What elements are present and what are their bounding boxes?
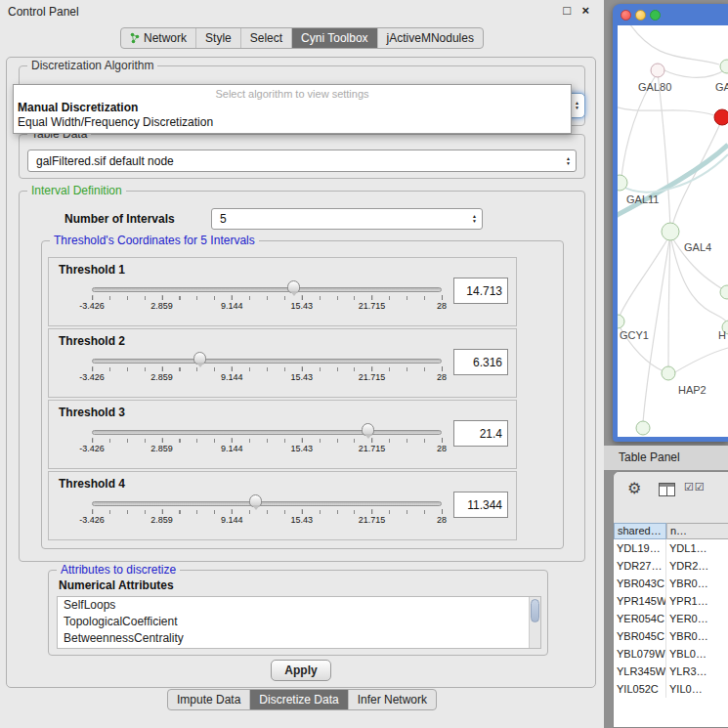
gear-icon[interactable]: ⚙ bbox=[627, 479, 641, 497]
numerical-attributes-list[interactable]: SelfLoops TopologicalCoefficient Between… bbox=[57, 596, 541, 649]
tab-style[interactable]: Style bbox=[195, 28, 240, 48]
tab-select[interactable]: Select bbox=[240, 28, 291, 48]
tab-jactivemnodules[interactable]: jActiveMNodules bbox=[377, 28, 483, 48]
scale-tick-label: 28 bbox=[437, 372, 447, 382]
slider-thumb[interactable] bbox=[287, 280, 300, 293]
close-window-icon[interactable] bbox=[621, 10, 631, 21]
threshold-1-slider[interactable]: -3.426 2.859 9.144 15.43 21.715 28 bbox=[92, 283, 442, 317]
column-header-shared-name[interactable]: shared… bbox=[614, 523, 666, 539]
threshold-3-slider[interactable]: -3.426 2.859 9.144 15.43 21.715 28 bbox=[92, 426, 442, 459]
scrollbar-thumb[interactable] bbox=[531, 599, 539, 622]
scale-tick-label: 21.715 bbox=[359, 372, 386, 382]
threshold-4-value-field[interactable]: 11.344 bbox=[453, 492, 508, 518]
table-row[interactable]: YBR043CYBR0… bbox=[614, 575, 728, 592]
network-node-gcy1[interactable] bbox=[618, 315, 624, 328]
float-panel-icon[interactable]: □ bbox=[563, 3, 571, 18]
slider-track[interactable] bbox=[92, 359, 442, 364]
scale-tick-label: 15.43 bbox=[291, 372, 314, 382]
slider-thumb[interactable] bbox=[249, 494, 262, 507]
cell[interactable]: YLR345W bbox=[614, 663, 666, 680]
table-row[interactable]: YDR27…YDR2… bbox=[614, 557, 728, 575]
bottom-tab-bar: Impute Data Discretize Data Infer Networ… bbox=[0, 689, 604, 710]
network-canvas[interactable]: GAL80 GA GAL11 GAL4 GCY1 H HAP2 bbox=[618, 25, 728, 437]
cell[interactable]: YPR1… bbox=[666, 592, 728, 610]
scale-tick-label: 15.43 bbox=[291, 301, 314, 311]
dropdown-option-manual-discretization[interactable]: Manual Discretization bbox=[14, 101, 571, 115]
table-row[interactable]: YLR345WYLR3… bbox=[614, 663, 728, 680]
slider-thumb[interactable] bbox=[193, 352, 206, 364]
slider-track[interactable] bbox=[92, 501, 442, 506]
cell[interactable]: YBR043C bbox=[614, 575, 666, 592]
close-panel-icon[interactable]: × bbox=[581, 3, 589, 18]
interval-definition-group-label: Interval Definition bbox=[27, 184, 126, 197]
dropdown-option-equal-width-frequency[interactable]: Equal Width/Frequency Discretization bbox=[14, 115, 571, 130]
cell[interactable]: YBR045C bbox=[614, 627, 666, 645]
tab-jactivemnodules-label: jActiveMNodules bbox=[387, 31, 474, 45]
list-item[interactable]: SelfLoops bbox=[58, 597, 540, 614]
tab-cyni-toolbox[interactable]: Cyni Toolbox bbox=[291, 28, 376, 48]
cell[interactable]: YIL052C bbox=[614, 680, 666, 698]
cell[interactable]: YER054C bbox=[614, 610, 666, 627]
table-row[interactable]: YIL052CYIL0… bbox=[614, 680, 728, 698]
cell[interactable]: YDL19… bbox=[614, 539, 666, 557]
network-node-hap2[interactable] bbox=[662, 366, 675, 380]
cell[interactable]: YDL1… bbox=[666, 539, 728, 557]
slider-thumb[interactable] bbox=[362, 423, 374, 436]
minimize-window-icon[interactable] bbox=[635, 10, 646, 21]
threshold-2-value-field[interactable]: 6.316 bbox=[453, 349, 508, 375]
slider-scale: -3.426 2.859 9.144 15.43 21.715 28 bbox=[92, 372, 442, 384]
threshold-1-value-field[interactable]: 14.713 bbox=[453, 278, 508, 304]
scale-tick-label: -3.426 bbox=[79, 301, 105, 311]
tab-discretize-data-label: Discretize Data bbox=[259, 693, 338, 707]
column-header-name[interactable]: n… bbox=[666, 523, 728, 539]
network-node-gal4[interactable] bbox=[662, 223, 679, 240]
cell[interactable]: YIL0… bbox=[666, 680, 728, 698]
tab-style-label: Style bbox=[205, 31, 232, 45]
network-node-selected-red[interactable] bbox=[714, 109, 728, 125]
cell[interactable]: YDR27… bbox=[614, 557, 666, 575]
zoom-window-icon[interactable] bbox=[650, 10, 661, 21]
table-row[interactable]: YBR045CYBR0… bbox=[614, 627, 728, 645]
table-row[interactable]: YER054CYER0… bbox=[614, 610, 728, 627]
cell[interactable]: YDR2… bbox=[666, 557, 728, 575]
scale-tick-label: 9.144 bbox=[221, 372, 243, 382]
number-of-intervals-combobox[interactable]: 5 ▲ ▼ bbox=[211, 208, 483, 230]
network-node-bottom-left[interactable] bbox=[636, 421, 650, 435]
slider-track[interactable] bbox=[92, 430, 442, 435]
scale-tick-label: 21.715 bbox=[359, 444, 386, 453]
network-view-window[interactable]: GAL80 GA GAL11 GAL4 GCY1 H HAP2 bbox=[613, 4, 728, 442]
tab-network[interactable]: Network bbox=[121, 28, 195, 48]
table-header-row: shared… n… bbox=[614, 523, 728, 539]
tab-infer-network[interactable]: Infer Network bbox=[348, 690, 436, 709]
table-row[interactable]: YPR145WYPR1… bbox=[614, 592, 728, 610]
table-row[interactable]: YBL079WYBL0… bbox=[614, 645, 728, 663]
table-data-combobox[interactable]: galFiltered.sif default node ▲ ▼ bbox=[27, 150, 577, 172]
cell[interactable]: YBL079W bbox=[614, 645, 666, 663]
list-scrollbar[interactable] bbox=[529, 597, 540, 648]
cell[interactable]: YBR0… bbox=[666, 627, 728, 645]
threshold-4-panel: Threshold 4 -3.426 2.859 9.144 15.43 21.… bbox=[48, 471, 517, 540]
network-node-top-right[interactable] bbox=[720, 60, 728, 73]
list-item[interactable]: BetweennessCentrality bbox=[58, 630, 540, 647]
table-row[interactable]: YDL19…YDL1… bbox=[614, 539, 728, 557]
control-panel: Control Panel □ × Network Style Select C… bbox=[0, 0, 604, 728]
cell[interactable]: YBR0… bbox=[666, 575, 728, 592]
network-node-gal80[interactable] bbox=[651, 64, 664, 77]
apply-button[interactable]: Apply bbox=[271, 660, 331, 681]
checkbox-filter-icons[interactable]: ☑☑ bbox=[684, 481, 706, 493]
cell[interactable]: YLR3… bbox=[666, 663, 728, 680]
threshold-2-slider[interactable]: -3.426 2.859 9.144 15.43 21.715 28 bbox=[92, 355, 442, 388]
column-selector-icon[interactable] bbox=[659, 483, 675, 496]
network-node-right-mid[interactable] bbox=[720, 285, 728, 299]
tab-impute-data[interactable]: Impute Data bbox=[168, 690, 249, 709]
cell[interactable]: YPR145W bbox=[614, 592, 666, 610]
cell[interactable]: YBL0… bbox=[666, 645, 728, 663]
threshold-4-slider[interactable]: -3.426 2.859 9.144 15.43 21.715 28 bbox=[92, 497, 442, 531]
dropdown-hint-option[interactable]: Select algorithm to view settings bbox=[14, 87, 571, 101]
slider-track[interactable] bbox=[92, 287, 442, 292]
cell[interactable]: YER0… bbox=[666, 610, 728, 627]
threshold-3-value-field[interactable]: 21.4 bbox=[453, 420, 508, 447]
tab-discretize-data[interactable]: Discretize Data bbox=[249, 690, 347, 709]
tab-select-label: Select bbox=[250, 31, 282, 45]
list-item[interactable]: TopologicalCoefficient bbox=[58, 614, 540, 630]
